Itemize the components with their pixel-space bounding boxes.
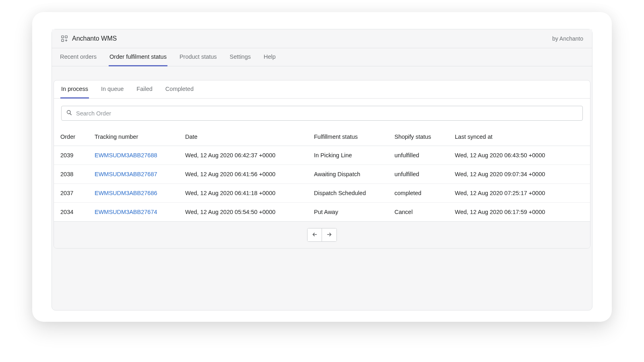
col-header-last-synced: Last synced at: [448, 128, 590, 146]
svg-rect-2: [62, 39, 64, 41]
cell-shopify-status: completed: [388, 184, 448, 203]
svg-rect-1: [65, 36, 67, 38]
subtab-failed[interactable]: Failed: [136, 80, 153, 99]
cell-fulfillment-status: Dispatch Scheduled: [308, 184, 388, 203]
col-header-tracking: Tracking number: [88, 128, 179, 146]
cell-order: 2038: [54, 165, 88, 184]
cell-last-synced: Wed, 12 Aug 2020 06:17:59 +0000: [448, 203, 590, 222]
tracking-link[interactable]: EWMSUDM3ABB27674: [95, 209, 157, 215]
cell-fulfillment-status: Awaiting Dispatch: [308, 165, 388, 184]
table-row: 2034 EWMSUDM3ABB27674 Wed, 12 Aug 2020 0…: [54, 203, 590, 222]
sub-tabs: In process In queue Failed Completed: [54, 80, 590, 99]
cell-date: Wed, 12 Aug 2020 06:41:56 +0000: [179, 165, 308, 184]
tab-order-fulfilment-status[interactable]: Order fulfilment status: [109, 48, 167, 66]
pager: [307, 228, 337, 242]
table-row: 2038 EWMSUDM3ABB27687 Wed, 12 Aug 2020 0…: [54, 165, 590, 184]
cell-order: 2039: [54, 146, 88, 165]
pager-row: [54, 221, 590, 248]
arrow-right-icon: [326, 231, 333, 239]
table-row: 2039 EWMSUDM3ABB27688 Wed, 12 Aug 2020 0…: [54, 146, 590, 165]
header-left: Anchanto WMS: [61, 35, 117, 42]
cell-order: 2037: [54, 184, 88, 203]
cell-last-synced: Wed, 12 Aug 2020 07:25:17 +0000: [448, 184, 590, 203]
col-header-order: Order: [54, 128, 88, 146]
vendor-label: by Anchanto: [552, 35, 583, 42]
search-box[interactable]: [61, 106, 583, 121]
tracking-link[interactable]: EWMSUDM3ABB27686: [95, 190, 157, 196]
cell-date: Wed, 12 Aug 2020 06:42:37 +0000: [179, 146, 308, 165]
col-header-shopify-status: Shopify status: [388, 128, 448, 146]
cell-date: Wed, 12 Aug 2020 05:54:50 +0000: [179, 203, 308, 222]
tab-help[interactable]: Help: [263, 48, 277, 66]
orders-table: Order Tracking number Date Fulfillment s…: [54, 128, 590, 221]
cell-shopify-status: unfulfilled: [388, 165, 448, 184]
col-header-date: Date: [179, 128, 308, 146]
cell-shopify-status: Cancel: [388, 203, 448, 222]
app-icon: [61, 35, 68, 42]
subtab-completed[interactable]: Completed: [165, 80, 194, 99]
tracking-link[interactable]: EWMSUDM3ABB27687: [95, 171, 157, 177]
orders-card: In process In queue Failed Completed: [54, 80, 590, 249]
svg-rect-0: [62, 36, 64, 38]
tab-settings[interactable]: Settings: [229, 48, 252, 66]
embedded-app-card: Anchanto WMS by Anchanto Recent orders O…: [32, 12, 612, 322]
content-area: In process In queue Failed Completed: [52, 66, 592, 310]
cell-date: Wed, 12 Aug 2020 06:41:18 +0000: [179, 184, 308, 203]
table-header-row: Order Tracking number Date Fulfillment s…: [54, 128, 590, 146]
panel-header: Anchanto WMS by Anchanto: [52, 29, 592, 48]
app-title: Anchanto WMS: [72, 35, 117, 42]
tab-product-status[interactable]: Product status: [179, 48, 218, 66]
cell-order: 2034: [54, 203, 88, 222]
tab-recent-orders[interactable]: Recent orders: [59, 48, 97, 66]
main-tabs: Recent orders Order fulfilment status Pr…: [52, 48, 592, 66]
cell-shopify-status: unfulfilled: [388, 146, 448, 165]
next-page-button[interactable]: [322, 228, 336, 241]
subtab-in-queue[interactable]: In queue: [100, 80, 124, 99]
prev-page-button[interactable]: [308, 228, 322, 241]
table-row: 2037 EWMSUDM3ABB27686 Wed, 12 Aug 2020 0…: [54, 184, 590, 203]
tracking-link[interactable]: EWMSUDM3ABB27688: [95, 152, 157, 158]
col-header-fulfillment-status: Fulfillment status: [308, 128, 388, 146]
search-icon: [66, 109, 73, 117]
app-panel: Anchanto WMS by Anchanto Recent orders O…: [52, 29, 592, 311]
search-wrap: [54, 99, 590, 128]
search-input[interactable]: [76, 110, 578, 117]
arrow-left-icon: [311, 231, 318, 239]
subtab-in-process[interactable]: In process: [60, 80, 89, 99]
cell-last-synced: Wed, 12 Aug 2020 06:43:50 +0000: [448, 146, 590, 165]
cell-fulfillment-status: Put Away: [308, 203, 388, 222]
cell-fulfillment-status: In Picking Line: [308, 146, 388, 165]
cell-last-synced: Wed, 12 Aug 2020 09:07:34 +0000: [448, 165, 590, 184]
